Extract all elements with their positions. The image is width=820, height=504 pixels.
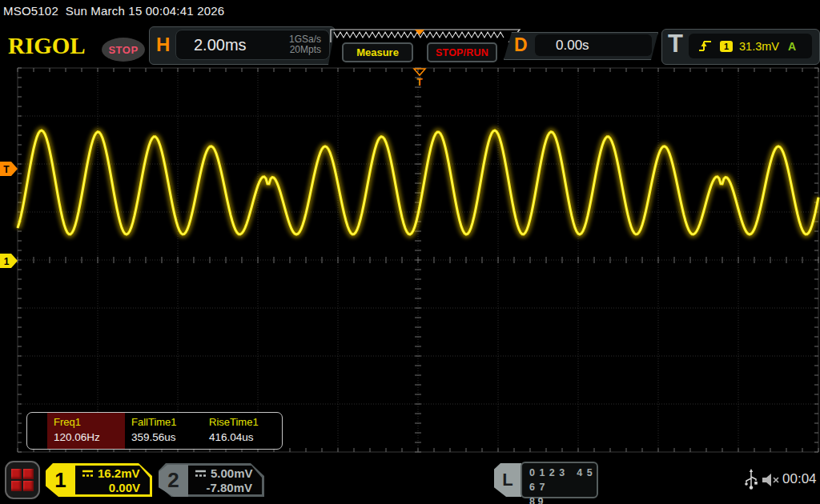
measurement-item-freq1[interactable]: Freq1 120.06Hz <box>47 413 125 449</box>
oscilloscope-screen: MSO5102 Sun March 15 00:04:41 2026 RIGOL… <box>0 0 820 504</box>
svg-text:T: T <box>3 164 10 175</box>
measurement-label: RiseTime1 <box>209 416 280 428</box>
trigger-level-marker[interactable]: T <box>0 162 18 176</box>
measurement-box[interactable]: Freq1 120.06Hz FallTime1 359.56us RiseTi… <box>26 412 283 450</box>
svg-text:T: T <box>416 77 423 88</box>
trigger-position-marker[interactable]: T <box>414 69 425 88</box>
measurement-value: 359.56us <box>131 431 203 443</box>
measurement-item-falltime1[interactable]: FallTime1 359.56us <box>125 413 203 449</box>
measurement-label: FallTime1 <box>131 416 203 428</box>
measurement-item-risetime1[interactable]: RiseTime1 416.04us <box>203 413 280 449</box>
channel1-offset-marker[interactable]: 1 <box>0 254 18 268</box>
measurement-label: Freq1 <box>54 416 125 428</box>
measurement-value: 416.04us <box>209 431 280 443</box>
channel1-trace <box>18 130 818 234</box>
measurement-value: 120.06Hz <box>54 431 125 443</box>
svg-text:1: 1 <box>4 256 10 267</box>
